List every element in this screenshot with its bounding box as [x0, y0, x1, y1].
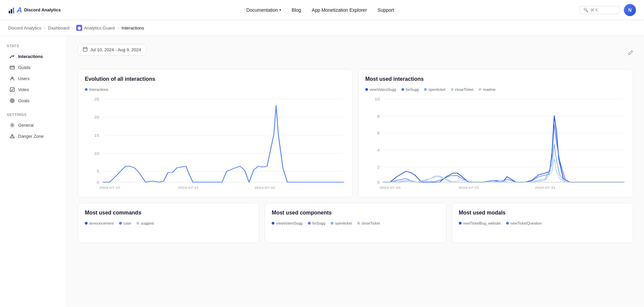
chart-commands: Most used commands announcement case sug…	[78, 203, 259, 243]
legend-dot-viewvoters	[365, 88, 368, 91]
goals-icon	[9, 98, 15, 103]
triangle-icon	[9, 133, 15, 139]
svg-point-3	[10, 57, 11, 58]
breadcrumb-discord-analytics[interactable]: Discord Analytics	[8, 25, 41, 30]
chart-components-title: Most used components	[272, 210, 439, 216]
sidebar-item-votes[interactable]: Votes	[3, 84, 64, 95]
svg-point-6	[11, 77, 13, 78]
svg-text:0: 0	[97, 180, 99, 184]
svg-rect-1	[11, 9, 12, 13]
svg-rect-2	[13, 8, 14, 13]
logo-text: Discord Analytics	[24, 7, 61, 12]
search-bar[interactable]: 🔍 ⌘ K	[580, 6, 620, 14]
legend-modal-newticketbug: newTicketBug_website	[459, 221, 501, 225]
svg-text:25: 25	[94, 97, 99, 101]
logo[interactable]: A Discord Analytics	[8, 6, 61, 14]
svg-rect-0	[9, 11, 10, 13]
edit-icon[interactable]	[628, 50, 633, 56]
svg-text:5: 5	[97, 170, 99, 174]
sidebar-item-goals[interactable]: Goals	[3, 95, 64, 106]
legend-dot-forsugg	[401, 88, 404, 91]
legend-label-modal-newticketquestion: newTicketQuestion	[511, 221, 542, 225]
chart-components-legend: viewVotersSugg forSugg openticket closeT…	[272, 221, 439, 225]
guilds-icon	[9, 65, 15, 70]
legend-dot-comp-openticket	[331, 222, 333, 225]
breadcrumb-analytics-guard[interactable]: Analytics Guard	[84, 25, 115, 30]
svg-text:15: 15	[94, 133, 99, 137]
svg-text:2024-07-21: 2024-07-21	[178, 186, 199, 189]
legend-announcement: announcement	[85, 221, 114, 225]
sidebar-item-general-label: General	[18, 123, 34, 128]
bottom-charts-row: Most used commands announcement case sug…	[78, 203, 633, 243]
analytics-guard-icon	[76, 25, 82, 31]
legend-case: case	[119, 221, 131, 225]
logo-letter-a: A	[17, 6, 22, 14]
svg-text:10: 10	[94, 151, 99, 156]
svg-point-11	[11, 124, 13, 126]
legend-comp-forsugg: forSugg	[308, 221, 325, 225]
svg-text:0: 0	[377, 180, 380, 184]
svg-rect-4	[10, 66, 14, 69]
main-nav: Documentation ▾ Blog App Monetization Ex…	[246, 7, 394, 13]
legend-dot-suggest	[137, 222, 139, 225]
breadcrumb-dashboard[interactable]: Dashboard	[48, 25, 69, 30]
sidebar: Stats Interactions Guilds	[0, 36, 67, 307]
sidebar-stats-label: Stats	[0, 44, 67, 51]
chart-most-used-svg: 10 8 6 4 2 0 2024-07-10 2024-07-21 2024-…	[365, 96, 626, 189]
legend-closeticket: closeTicket	[451, 87, 474, 91]
chart-most-used: Most used interactions viewVotersSugg fo…	[358, 69, 633, 197]
breadcrumb-sep-1: ›	[44, 25, 45, 30]
sidebar-item-general[interactable]: General	[3, 120, 64, 130]
svg-text:2024-07-31: 2024-07-31	[535, 186, 556, 189]
legend-dot-interactions	[85, 88, 88, 91]
legend-comp-openticket: openticket	[331, 221, 352, 225]
nav-monetization[interactable]: App Monetization Explorer	[312, 7, 367, 13]
nav-support[interactable]: Support	[378, 7, 394, 13]
chart-components: Most used components viewVotersSugg forS…	[265, 203, 446, 243]
chart-most-used-legend: viewVotersSugg forSugg openticket closeT…	[365, 87, 626, 91]
legend-label-viewvoters: viewVotersSugg	[370, 87, 396, 91]
legend-dot-case	[119, 222, 122, 225]
chart-evolution-svg: 25 20 15 10 5 0 2024-07-10 2024-07-21 20…	[85, 96, 346, 189]
sidebar-item-guilds-label: Guilds	[18, 65, 31, 70]
chart-evolution-svg-wrap: 25 20 15 10 5 0 2024-07-10 2024-07-21 20…	[85, 96, 346, 190]
svg-text:20: 20	[94, 115, 99, 119]
legend-label-comp-viewvoters: viewVotersSugg	[276, 221, 303, 225]
svg-text:2: 2	[377, 165, 380, 169]
breadcrumb: Discord Analytics › Dashboard › Analytic…	[0, 20, 644, 36]
nav-blog[interactable]: Blog	[292, 7, 301, 13]
chart-evolution: Evolution of all interactions Interactio…	[78, 69, 353, 197]
header-right: 🔍 ⌘ K N	[580, 4, 636, 16]
legend-label-readme: readme	[483, 87, 495, 91]
sidebar-item-danger-zone[interactable]: Danger Zone	[3, 131, 64, 141]
legend-label-closeticket: closeTicket	[455, 87, 474, 91]
date-range-picker[interactable]: Jul 10, 2024 - Aug 9, 2024	[78, 44, 146, 56]
nav-documentation[interactable]: Documentation ▾	[246, 7, 281, 13]
svg-text:2024-07-10: 2024-07-10	[99, 186, 120, 189]
sidebar-item-guilds[interactable]: Guilds	[3, 62, 64, 73]
sidebar-item-users[interactable]: Users	[3, 73, 64, 84]
main-content: Jul 10, 2024 - Aug 9, 2024 Evolution of …	[67, 36, 644, 307]
search-shortcut: ⌘ K	[590, 8, 598, 12]
legend-label-announcement: announcement	[89, 221, 114, 225]
logo-icon: A	[8, 6, 22, 14]
sidebar-item-interactions-label: Interactions	[18, 54, 43, 59]
chart-modals-title: Most used modals	[459, 210, 626, 216]
chart-commands-legend: announcement case suggest	[85, 221, 252, 225]
legend-dot-openticket	[424, 88, 427, 91]
chevron-down-icon: ▾	[279, 8, 281, 12]
breadcrumb-sep-2: ›	[72, 25, 73, 30]
legend-dot-comp-closeticket	[357, 222, 360, 225]
legend-dot-modal-newticketbug	[459, 222, 462, 225]
legend-dot-readme	[479, 88, 481, 91]
chart-most-used-title: Most used interactions	[365, 76, 626, 82]
svg-point-10	[12, 100, 12, 101]
sidebar-item-interactions[interactable]: Interactions	[3, 51, 64, 62]
legend-label-suggest: suggest	[141, 221, 154, 225]
legend-dot-modal-newticketquestion	[506, 222, 509, 225]
legend-label-case: case	[123, 221, 131, 225]
avatar[interactable]: N	[624, 4, 636, 16]
sidebar-item-users-label: Users	[18, 76, 30, 81]
breadcrumb-sep-3: ›	[117, 25, 119, 30]
chart-modals-legend: newTicketBug_website newTicketQuestion	[459, 221, 626, 225]
